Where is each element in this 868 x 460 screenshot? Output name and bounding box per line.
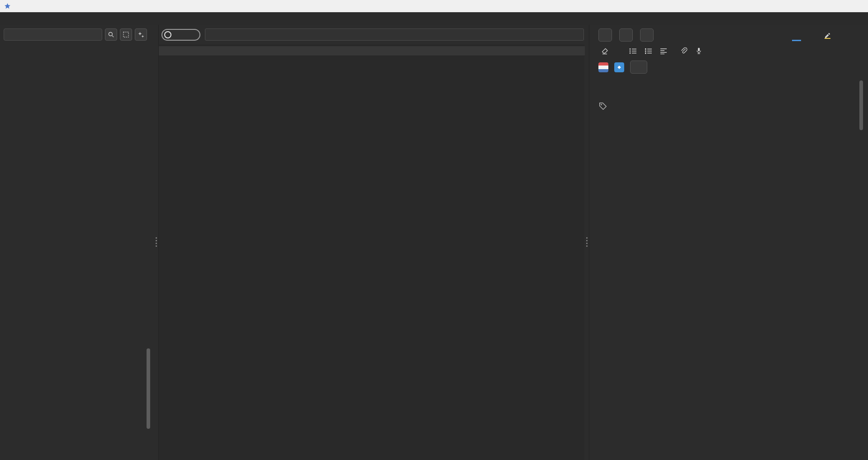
subscript-button[interactable]: [768, 29, 781, 41]
suggest-new-note-button[interactable]: [630, 61, 647, 74]
ankihub-icon[interactable]: [614, 62, 624, 72]
bold-button[interactable]: [689, 29, 702, 41]
close-button[interactable]: [842, 0, 868, 12]
sidebar-filter-row: [0, 25, 156, 42]
menubar: [0, 12, 868, 25]
tag-icon: [598, 102, 607, 111]
sparkle-button[interactable]: [135, 28, 147, 41]
microphone-icon: [695, 47, 702, 55]
attach-button[interactable]: [677, 45, 690, 57]
bullet-list-icon: [629, 48, 637, 54]
eraser-icon: [601, 47, 608, 55]
fields-button[interactable]: [598, 28, 612, 42]
numbered-list-button[interactable]: [642, 45, 655, 57]
sidebar: [0, 25, 156, 460]
preview-button[interactable]: [640, 28, 654, 42]
tags-header: [598, 87, 856, 95]
cloze-button[interactable]: [728, 45, 745, 57]
equation-button[interactable]: [708, 45, 721, 57]
sidebar-filter-input[interactable]: [4, 28, 102, 41]
search-input[interactable]: [205, 28, 584, 41]
sparkles-icon: [138, 31, 145, 38]
align-left-icon: [660, 48, 667, 54]
ankihub-toolbar-row: [598, 61, 868, 74]
minimize-button[interactable]: [791, 0, 816, 12]
pane-resize-handle[interactable]: [154, 230, 158, 253]
search-bar: [205, 28, 584, 41]
underline-button[interactable]: [729, 29, 741, 41]
highlight-button[interactable]: [821, 29, 834, 41]
editor-scrollbar[interactable]: [859, 80, 863, 130]
numbered-list-icon: [645, 48, 652, 54]
paperclip-icon: [680, 47, 688, 55]
text-color-button[interactable]: [792, 29, 801, 41]
search-row: [159, 25, 585, 44]
table-header: [159, 46, 585, 56]
cloze-increment-button[interactable]: [748, 45, 763, 57]
toggle-knob-icon: [164, 31, 171, 38]
highlighter-icon: [824, 31, 831, 39]
tag-pills: [598, 102, 848, 111]
cards-button[interactable]: [619, 28, 633, 42]
search-button[interactable]: [105, 28, 117, 41]
italic-button[interactable]: [709, 29, 721, 41]
maximize-button[interactable]: [816, 0, 842, 12]
titlebar: [0, 0, 868, 12]
sidebar-scrollbar[interactable]: [147, 348, 150, 429]
remove-formatting-button[interactable]: [598, 45, 611, 57]
anki-browse-window: [0, 0, 868, 460]
note-editor-pane: [589, 25, 868, 460]
marquee-select-icon: [123, 31, 129, 38]
editor-toolbar-row-1: [598, 28, 868, 42]
window-controls: [791, 0, 868, 12]
cards-table: [159, 46, 585, 56]
editor-toolbar-row-2: [598, 45, 868, 57]
anki-logo-icon: [4, 3, 11, 9]
pane-resize-handle[interactable]: [584, 230, 589, 253]
tags-section: [598, 87, 856, 111]
alignment-button[interactable]: [657, 45, 670, 57]
gear-icon[interactable]: [664, 29, 677, 41]
search-icon: [108, 31, 114, 38]
select-mode-button[interactable]: [120, 28, 132, 41]
anking-icon[interactable]: [598, 62, 608, 72]
card-list-pane: [158, 25, 584, 460]
bullet-list-button[interactable]: [626, 45, 639, 57]
record-audio-button[interactable]: [693, 45, 705, 57]
superscript-button[interactable]: [749, 29, 761, 41]
cards-notes-toggle[interactable]: [161, 29, 200, 41]
